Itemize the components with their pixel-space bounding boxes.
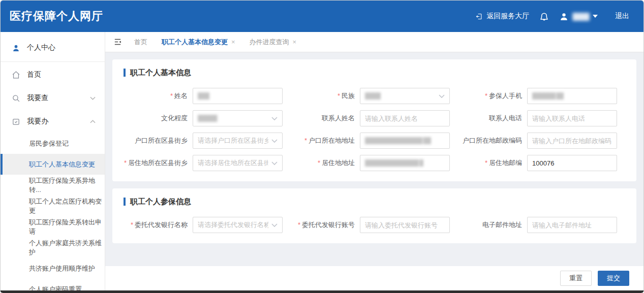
- form-row: *居住地所在区县街乡请选择居住地所在区县街乡*居住地地址████████████…: [124, 155, 625, 171]
- field-input[interactable]: ██████████████ █: [360, 155, 450, 171]
- sidebar-divider: [1, 61, 105, 62]
- sidebar-item-label: 我要查: [27, 93, 48, 103]
- field-label: 文化程度: [124, 114, 193, 123]
- user-menu[interactable]: ████: [559, 12, 598, 21]
- field-input[interactable]: [527, 217, 617, 233]
- redacted-value: ██████████████ █: [365, 159, 423, 167]
- close-tab-icon[interactable]: ×: [293, 39, 297, 45]
- field-label: *姓名: [124, 91, 193, 101]
- form-row: 文化程度█████联系人姓名联系人电话: [124, 110, 625, 126]
- tab-label: 办件进度查询: [250, 38, 289, 47]
- form-content: 职工个人基本信息*姓名███*民族████*参保人手机██████ ██文化程度…: [105, 52, 643, 266]
- form-row: *委托代发银行名称请选择委托代发银行名称*委托代发银行账号电子邮件地址: [124, 217, 625, 233]
- sidebar-item[interactable]: 我要查: [1, 86, 105, 110]
- sidebar-subitem[interactable]: 职工个人基本信息变更: [1, 154, 105, 175]
- required-asterisk: *: [485, 159, 487, 167]
- required-asterisk: *: [318, 159, 320, 167]
- sidebar-item-label: 首页: [27, 70, 41, 79]
- header-actions: 返回服务大厅 ████ 退出: [475, 12, 629, 21]
- form-row: 户口所在区县街乡请选择户口所在区县街乡*户口所在地地址█████████████…: [124, 133, 625, 149]
- form-field: *参保人手机██████ ██: [458, 88, 625, 104]
- username-redacted: ████: [572, 13, 589, 20]
- form-field: *居住地邮编: [458, 155, 625, 171]
- form-field: *户口所在地地址███████████████ ██: [291, 133, 458, 149]
- form-field: *委托代发银行账号: [291, 217, 458, 233]
- required-asterisk: *: [485, 92, 487, 100]
- app-window: 医疗保障个人网厅 返回服务大厅: [0, 0, 644, 293]
- submit-button[interactable]: 提交: [598, 271, 629, 286]
- form-field: *民族████: [291, 88, 458, 104]
- field-label: *委托代发银行账号: [291, 220, 360, 230]
- sidebar-subitem[interactable]: 职工医疗保险关系异地转...: [1, 175, 105, 196]
- field-label: 联系人姓名: [291, 114, 360, 123]
- close-tab-icon[interactable]: ×: [231, 39, 235, 45]
- field-label: *民族: [291, 91, 360, 101]
- field-select[interactable]: 请选择户口所在区县街乡: [193, 133, 283, 149]
- chevron-down-icon: [271, 117, 278, 120]
- reset-button[interactable]: 重置: [560, 271, 592, 286]
- required-asterisk: *: [338, 92, 340, 100]
- form-card: 职工个人参保信息*委托代发银行名称请选择委托代发银行名称*委托代发银行账号电子邮…: [112, 188, 636, 243]
- logout-button[interactable]: 退出: [615, 12, 629, 21]
- field-select[interactable]: ████: [360, 88, 450, 104]
- return-hall-link[interactable]: 返回服务大厅: [475, 12, 529, 21]
- redacted-value: ███: [198, 92, 209, 100]
- field-input[interactable]: ███████████████ ██: [360, 133, 450, 149]
- tab-item[interactable]: 职工个人基本信息变更×: [162, 38, 235, 47]
- required-asterisk: *: [298, 221, 300, 229]
- sidebar-item[interactable]: 我要办: [1, 110, 105, 133]
- field-input[interactable]: [527, 110, 617, 126]
- field-label: *居住地地址: [291, 158, 360, 168]
- sidebar-item-label: 个人中心: [27, 43, 55, 52]
- sidebar: 个人中心首页我要查我要办居民参保登记职工个人基本信息变更职工医疗保险关系异地转.…: [1, 32, 105, 290]
- sidebar-item-label: 我要办: [27, 117, 48, 126]
- main-area: 首页职工个人基本信息变更×办件进度查询× 职工个人基本信息*姓名███*民族██…: [105, 32, 643, 290]
- redacted-value: ██████ ██: [532, 92, 564, 100]
- sidebar-item[interactable]: 个人中心: [1, 36, 105, 59]
- form-field: 户口所在地邮政编码: [458, 133, 625, 149]
- return-doc-icon: [475, 13, 483, 20]
- required-asterisk: *: [304, 137, 307, 144]
- chevron-down-icon: [593, 15, 598, 18]
- form-field: 联系人电话: [458, 110, 625, 126]
- field-input[interactable]: [527, 133, 617, 149]
- collapse-menu-icon[interactable]: [113, 38, 122, 46]
- sidebar-subitem[interactable]: 个人账户家庭共济关系维护: [1, 237, 105, 258]
- home-icon: [12, 71, 20, 79]
- sidebar-item[interactable]: 首页: [1, 63, 105, 86]
- app-body: 个人中心首页我要查我要办居民参保登记职工个人基本信息变更职工医疗保险关系异地转.…: [1, 32, 643, 290]
- field-label: *居住地所在区县街乡: [124, 158, 193, 168]
- select-value: 请选择委托代发银行名称: [198, 220, 268, 230]
- field-input[interactable]: [527, 155, 617, 171]
- return-hall-label: 返回服务大厅: [486, 12, 529, 21]
- avatar-icon: [559, 12, 569, 21]
- sidebar-subitem[interactable]: 居民参保登记: [1, 133, 105, 154]
- select-value: ████: [365, 92, 436, 100]
- form-field: 文化程度█████: [124, 110, 291, 126]
- field-input[interactable]: [360, 217, 450, 233]
- notification-bell-icon[interactable]: [539, 12, 549, 21]
- sidebar-subitem[interactable]: 职工个人定点医疗机构变更: [1, 196, 105, 216]
- field-input[interactable]: [360, 110, 450, 126]
- form-field: *姓名███: [124, 88, 291, 104]
- field-input[interactable]: ███: [193, 88, 283, 104]
- field-input[interactable]: ██████ ██: [527, 88, 617, 104]
- field-select[interactable]: 请选择委托代发银行名称: [193, 217, 283, 233]
- tasks-icon: [12, 117, 20, 126]
- sidebar-subitem[interactable]: 职工医疗保险关系转出申请: [1, 216, 105, 237]
- field-select[interactable]: 请选择居住地所在区县街乡: [193, 155, 283, 171]
- required-asterisk: *: [124, 159, 127, 167]
- form-field: 电子邮件地址: [458, 217, 625, 233]
- tab-item[interactable]: 办件进度查询×: [250, 38, 297, 47]
- form-field: 户口所在区县街乡请选择户口所在区县街乡: [124, 133, 291, 149]
- tab-item[interactable]: 首页: [134, 38, 147, 47]
- form-field: *居住地地址██████████████ █: [291, 155, 458, 171]
- form-field: 联系人姓名: [291, 110, 458, 126]
- sidebar-subitem[interactable]: 共济账户使用顺序维护: [1, 258, 105, 279]
- field-label: *居住地邮编: [458, 158, 527, 168]
- form-field: *居住地所在区县街乡请选择居住地所在区县街乡: [124, 155, 291, 171]
- required-asterisk: *: [170, 92, 173, 100]
- field-select[interactable]: █████: [193, 110, 283, 126]
- chevron-down-icon: [271, 139, 278, 143]
- sidebar-subitem[interactable]: 个人账户密码重置: [1, 279, 105, 290]
